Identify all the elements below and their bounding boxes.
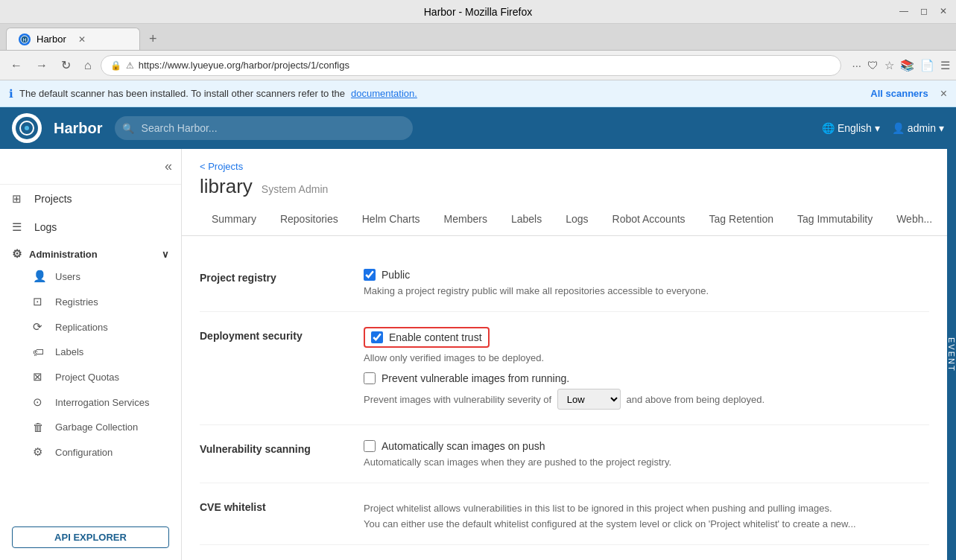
minimize-btn[interactable]: — xyxy=(899,6,908,16)
prevent-vulnerable-label[interactable]: Prevent vulnerable images from running. xyxy=(382,372,569,384)
prevent-vulnerable-row: Prevent vulnerable images from running. xyxy=(364,372,929,384)
library-icon[interactable]: 📚 xyxy=(900,59,914,72)
all-scanners-link[interactable]: All scanners xyxy=(870,88,928,99)
content-trust-checkbox[interactable] xyxy=(371,331,383,343)
address-bar: ← → ↻ ⌂ 🔒 ⚠ https://www.lyueyue.org/harb… xyxy=(0,51,956,80)
tab-close[interactable]: ✕ xyxy=(78,34,86,45)
user-label: admin xyxy=(908,122,936,134)
url-bar[interactable]: 🔒 ⚠ https://www.lyueyue.org/harbor/proje… xyxy=(101,55,842,76)
user-menu[interactable]: 👤 admin ▾ xyxy=(892,122,944,134)
sidebar-item-interrogation[interactable]: ⊙ Interrogation Services xyxy=(24,389,181,415)
new-tab-button[interactable]: + xyxy=(143,28,163,50)
project-registry-label: Project registry xyxy=(200,269,364,296)
sidebar-item-projects[interactable]: ⊞ Projects xyxy=(0,185,181,213)
public-checkbox[interactable] xyxy=(364,269,376,281)
auto-scan-desc: Automatically scan images when they are … xyxy=(364,456,929,468)
admin-icon: ⚙ xyxy=(12,247,22,261)
globe-icon: 🌐 xyxy=(822,122,835,134)
user-chevron-icon: ▾ xyxy=(939,122,944,134)
event-label: EVENT xyxy=(947,337,956,372)
tab-tag-immutability[interactable]: Tag Immutability xyxy=(785,204,884,235)
public-checkbox-row: Public xyxy=(364,269,929,281)
forward-button[interactable]: → xyxy=(31,56,52,75)
prevent-desc-suffix: and above from being deployed. xyxy=(626,394,765,405)
cve-whitelist-row: CVE whitelist Project whitelist allows v… xyxy=(200,483,929,545)
tab-repositories[interactable]: Repositories xyxy=(268,204,350,235)
tab-labels[interactable]: Labels xyxy=(499,204,554,235)
browser-title: Harbor - Mozilla Firefox xyxy=(424,6,532,18)
admin-label: Administration xyxy=(29,249,98,260)
content-trust-highlight: Enable content trust xyxy=(364,327,490,348)
maximize-btn[interactable]: ◻ xyxy=(920,6,928,16)
home-button[interactable]: ⌂ xyxy=(80,56,96,75)
tab-members[interactable]: Members xyxy=(432,204,499,235)
app-logo[interactable] xyxy=(12,113,42,143)
reload-button[interactable]: ↻ xyxy=(57,55,75,75)
garbage-icon: 🗑 xyxy=(33,421,48,433)
prevent-vulnerable-desc: Prevent images with vulnerability severi… xyxy=(364,389,929,410)
close-btn[interactable]: ✕ xyxy=(940,6,947,16)
notification-close[interactable]: × xyxy=(940,87,947,101)
labels-label: Labels xyxy=(55,346,83,357)
vulnerability-scanning-content: Automatically scan images on push Automa… xyxy=(364,440,929,468)
sidebar-item-logs[interactable]: ☰ Logs xyxy=(0,213,181,241)
bookmark-icon[interactable]: ☆ xyxy=(884,59,894,72)
api-explorer-button[interactable]: API EXPLORER xyxy=(12,526,169,548)
sidebar-item-project-quotas[interactable]: ⊠ Project Quotas xyxy=(24,364,181,389)
auto-scan-label[interactable]: Automatically scan images on push xyxy=(382,440,545,452)
documentation-link[interactable]: documentation. xyxy=(351,88,417,99)
prevent-vulnerable-checkbox[interactable] xyxy=(364,372,376,384)
severity-select[interactable]: Low Medium High Critical xyxy=(557,389,621,410)
overflow-icon[interactable]: ··· xyxy=(852,59,861,71)
sidebar-item-labels[interactable]: 🏷 Labels xyxy=(24,340,181,364)
project-registry-row: Project registry Public Making a project… xyxy=(200,254,929,312)
menu-icon[interactable]: ☰ xyxy=(940,59,950,72)
title-bar: Harbor - Mozilla Firefox — ◻ ✕ xyxy=(0,0,956,24)
lang-chevron-icon: ▾ xyxy=(875,122,880,134)
back-button[interactable]: ← xyxy=(6,56,27,75)
svg-point-4 xyxy=(25,126,29,130)
sidebar-item-replications[interactable]: ⟳ Replications xyxy=(24,314,181,340)
reader-icon[interactable]: 📄 xyxy=(920,59,934,72)
content-trust-row: Enable content trust xyxy=(364,327,929,348)
project-name: library xyxy=(200,175,253,198)
tab-label: Harbor xyxy=(37,34,66,45)
main-content: « ⊞ Projects ☰ Logs ⚙ Administration ∨ xyxy=(0,149,956,560)
app-layout: Harbor 🌐 English ▾ 👤 admin ▾ xyxy=(0,107,956,560)
tab-helm-charts[interactable]: Helm Charts xyxy=(350,204,432,235)
address-icons: ··· 🛡 ☆ 📚 📄 ☰ xyxy=(852,59,950,72)
event-panel[interactable]: EVENT xyxy=(947,149,956,560)
breadcrumb[interactable]: < Projects xyxy=(182,149,947,172)
language-selector[interactable]: 🌐 English ▾ xyxy=(822,122,880,134)
sidebar: « ⊞ Projects ☰ Logs ⚙ Administration ∨ xyxy=(0,149,182,560)
user-icon: 👤 xyxy=(892,122,905,134)
logs-icon: ☰ xyxy=(12,220,27,234)
browser-tab[interactable]: H Harbor ✕ xyxy=(6,28,140,50)
shield-icon[interactable]: 🛡 xyxy=(867,59,879,71)
tab-robot-accounts[interactable]: Robot Accounts xyxy=(601,204,697,235)
tab-webhooks[interactable]: Webh... xyxy=(884,204,944,235)
sidebar-header: « xyxy=(0,149,181,185)
sidebar-administration[interactable]: ⚙ Administration ∨ xyxy=(0,241,181,264)
auto-scan-checkbox[interactable] xyxy=(364,440,376,452)
content-trust-label[interactable]: Enable content trust xyxy=(389,331,482,343)
info-icon: ℹ xyxy=(9,87,13,101)
sidebar-item-users[interactable]: 👤 Users xyxy=(24,264,181,289)
tab-summary[interactable]: Summary xyxy=(200,204,268,235)
tab-logs[interactable]: Logs xyxy=(554,204,600,235)
sidebar-item-configuration[interactable]: ⚙ Configuration xyxy=(24,439,181,465)
collapse-button[interactable]: « xyxy=(165,159,172,174)
svg-text:H: H xyxy=(22,37,26,42)
interrogation-label: Interrogation Services xyxy=(55,397,149,408)
search-input[interactable] xyxy=(115,116,413,140)
tab-bar: H Harbor ✕ + xyxy=(0,24,956,51)
project-title-area: library System Admin xyxy=(182,172,947,204)
labels-icon: 🏷 xyxy=(33,346,48,358)
sidebar-item-registries[interactable]: ⊡ Registries xyxy=(24,289,181,314)
cve-whitelist-content: Project whitelist allows vulnerabilities… xyxy=(364,498,929,529)
public-label[interactable]: Public xyxy=(382,269,410,281)
content-trust-desc: Allow only verified images to be deploye… xyxy=(364,352,929,363)
tab-tag-retention[interactable]: Tag Retention xyxy=(697,204,785,235)
deployment-security-label: Deployment security xyxy=(200,327,364,410)
sidebar-item-garbage[interactable]: 🗑 Garbage Collection xyxy=(24,415,181,439)
